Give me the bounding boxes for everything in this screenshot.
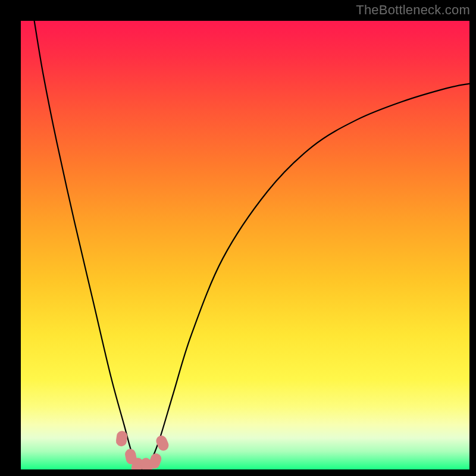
marker-point xyxy=(155,434,171,452)
chart-frame: TheBottleneck.com xyxy=(0,0,476,476)
chart-plot-area xyxy=(21,21,469,469)
watermark-text: TheBottleneck.com xyxy=(356,2,470,18)
curve-path-group xyxy=(35,21,469,469)
bottleneck-curve xyxy=(21,21,469,469)
minimum-markers xyxy=(115,430,170,469)
